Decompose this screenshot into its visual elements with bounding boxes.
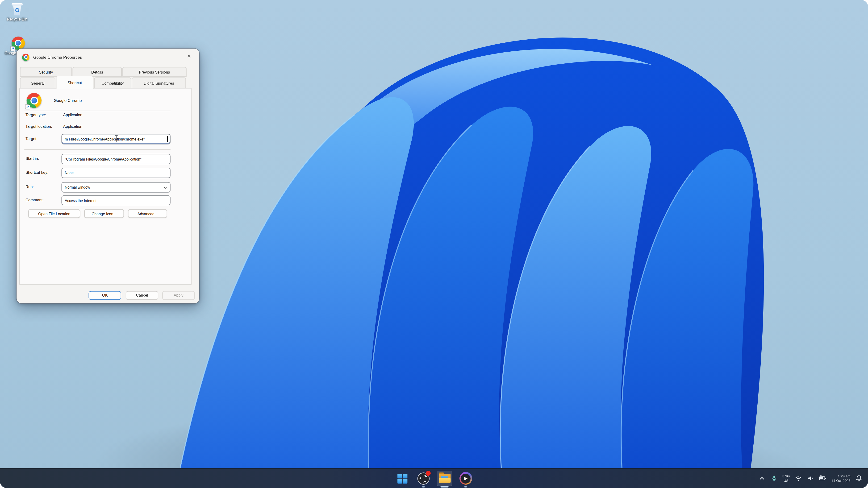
desktop-icon-recycle-bin[interactable]: ♻ Recycle Bin	[2, 3, 33, 22]
dialog-title: Google Chrome Properties	[33, 55, 82, 59]
target-location-value: Application	[63, 125, 82, 129]
shortcut-arrow-icon: ↗	[10, 46, 15, 51]
shortcut-arrow-icon: ↗	[26, 105, 30, 109]
app-identity-row: ↗ Google Chrome	[27, 93, 82, 108]
system-tray: ENG US	[758, 469, 863, 488]
battery-charging-icon[interactable]	[819, 475, 827, 482]
shortcut-key-label: Shortcut key:	[26, 170, 49, 175]
ok-button[interactable]: OK	[89, 291, 121, 299]
media-player-icon: ▶	[459, 472, 472, 485]
dialog-titlebar[interactable]: Google Chrome Properties	[17, 49, 199, 65]
divider	[24, 150, 170, 150]
language-indicator[interactable]: ENG US	[782, 474, 790, 482]
taskbar: ▶ ENG US	[0, 468, 868, 488]
hidden-icons-chevron[interactable]	[758, 475, 766, 482]
chrome-properties-dialog: Google Chrome Properties ✕ Security Deta…	[17, 49, 199, 303]
tab-compatibility[interactable]: Compatibility	[94, 77, 131, 89]
ibeam-cursor	[114, 135, 118, 143]
clock[interactable]: 1:29 am 14 Oct 2025	[831, 474, 850, 483]
start-in-label: Start in:	[26, 157, 39, 161]
start-button[interactable]	[395, 470, 410, 486]
tab-shortcut[interactable]: Shortcut	[56, 76, 94, 89]
run-label: Run:	[26, 185, 34, 189]
play-icon: ▶	[464, 476, 467, 481]
target-type-value: Application	[63, 113, 82, 118]
open-file-location-button[interactable]: Open File Location	[28, 209, 81, 218]
wifi-icon[interactable]	[795, 475, 802, 482]
chevron-down-icon	[163, 187, 167, 189]
cancel-button[interactable]: Cancel	[126, 291, 158, 299]
target-label: Target:	[26, 137, 37, 141]
tab-general[interactable]: General	[20, 77, 55, 89]
notification-bell-icon[interactable]	[855, 475, 863, 482]
active-app-indicator	[440, 486, 448, 488]
recording-indicator	[426, 470, 431, 476]
run-dropdown-value: Normal window	[65, 185, 90, 189]
shortcut-key-input[interactable]	[62, 168, 170, 178]
advanced-button[interactable]: Advanced...	[128, 209, 167, 218]
chevron-up-icon	[758, 475, 766, 482]
tab-security[interactable]: Security	[20, 67, 72, 77]
microphone-in-use-icon[interactable]	[770, 475, 778, 482]
tray-date: 14 Oct 2025	[831, 478, 850, 483]
comment-input[interactable]	[62, 195, 170, 205]
tray-time: 1:29 am	[838, 474, 850, 478]
recycle-bin-icon: ♻	[11, 3, 23, 16]
recycle-symbol-icon: ♻	[11, 6, 23, 14]
taskbar-app-obs-studio[interactable]	[416, 470, 431, 486]
start-in-input[interactable]	[62, 154, 170, 164]
apply-button[interactable]: Apply	[162, 291, 195, 299]
desktop-screen: ♻ Recycle Bin ↗ Google Chrome Google Chr…	[0, 0, 868, 488]
close-icon[interactable]: ✕	[182, 52, 196, 61]
divider	[24, 110, 170, 111]
tab-details[interactable]: Details	[72, 67, 122, 77]
shortcut-tab-panel: ↗ Google Chrome Target type: Application…	[19, 88, 191, 285]
change-icon-button[interactable]: Change Icon...	[84, 209, 124, 218]
desktop-icon-label: Recycle Bin	[7, 17, 27, 22]
windows-logo-icon	[398, 474, 407, 483]
run-dropdown[interactable]: Normal window	[62, 182, 170, 193]
running-app-indicator	[464, 486, 467, 488]
comment-label: Comment:	[26, 198, 44, 202]
taskbar-app-file-explorer[interactable]	[437, 470, 453, 486]
target-type-label: Target type:	[26, 113, 46, 118]
text-caret	[167, 136, 168, 142]
taskbar-app-media-player[interactable]: ▶	[458, 470, 473, 486]
tab-previous-versions[interactable]: Previous Versions	[122, 67, 187, 77]
chrome-icon	[22, 53, 30, 61]
tab-digital-signatures[interactable]: Digital Signatures	[132, 77, 186, 89]
app-name: Google Chrome	[54, 98, 82, 103]
target-location-label: Target location:	[26, 125, 52, 129]
recycle-bin-lid	[11, 3, 23, 5]
running-app-indicator	[422, 486, 425, 488]
volume-icon[interactable]	[807, 475, 814, 482]
taskbar-center-icons: ▶	[395, 469, 473, 488]
file-explorer-icon	[439, 474, 450, 483]
